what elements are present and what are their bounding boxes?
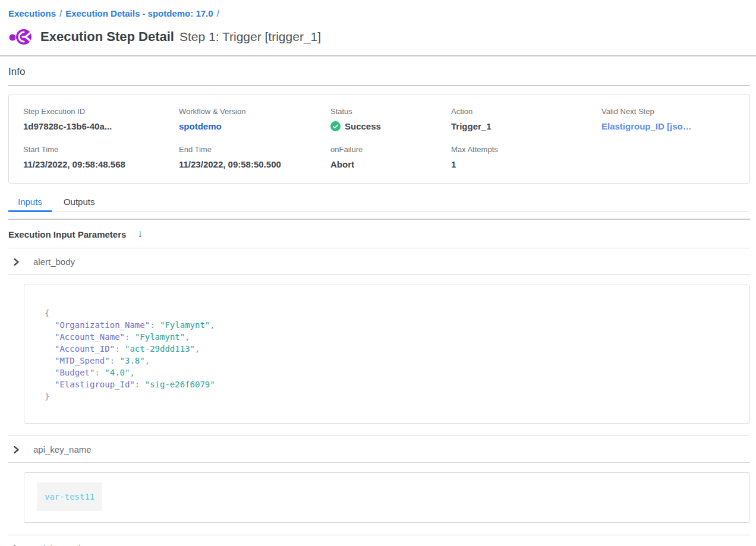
field-value: Trigger_1 [451, 121, 601, 131]
info-section-heading: Info [0, 56, 756, 85]
field-label: Step Execution ID [23, 107, 179, 116]
page-header: Execution Step Detail Step 1: Trigger [t… [8, 27, 750, 46]
field-value: 1 [451, 159, 601, 169]
field-label: Status [330, 107, 451, 116]
json-line: "Elastigroup_Id": "sig-e26f6079" [45, 378, 738, 390]
param-row-api-key-name[interactable]: api_key_name [8, 435, 750, 463]
alert-body-content: { "Organization_Name": "Fylamynt", "Acco… [8, 275, 750, 435]
chevron-right-icon[interactable] [12, 258, 20, 266]
json-close-brace: } [45, 390, 738, 402]
field-value: 11/23/2022, 09:58:50.500 [179, 159, 330, 169]
field-label: Action [451, 107, 601, 116]
brand-logo-icon [8, 27, 34, 46]
field-empty [601, 145, 749, 169]
execution-input-parameters-header: Execution Input Parameters ↓ [8, 220, 750, 248]
workflow-link[interactable]: spotdemo [179, 121, 330, 131]
info-card: Step Execution ID 1d97828c-13b6-40a... W… [8, 94, 750, 184]
param-label: api_key_name [33, 444, 92, 455]
field-end-time: End Time 11/23/2022, 09:58:50.500 [179, 145, 330, 169]
download-arrow-icon[interactable]: ↓ [137, 228, 143, 240]
field-start-time: Start Time 11/23/2022, 09:58:48.568 [23, 145, 179, 169]
json-line: "Budget": "4.0", [45, 367, 738, 378]
param-row-api-key-value[interactable]: api_key_value [8, 535, 750, 546]
field-action: Action Trigger_1 [451, 107, 601, 131]
field-workflow-version: Workflow & Version spotdemo [179, 107, 330, 131]
json-line: "Organization_Name": "Fylamynt", [45, 319, 738, 331]
field-step-execution-id: Step Execution ID 1d97828c-13b6-40a... [23, 107, 179, 131]
page-subtitle: Step 1: Trigger [trigger_1] [179, 30, 321, 44]
param-label: alert_body [33, 257, 75, 267]
tab-outputs[interactable]: Outputs [54, 197, 105, 212]
divider [8, 85, 750, 86]
execution-input-parameters-label: Execution Input Parameters [8, 229, 126, 239]
field-value: 1d97828c-13b6-40a... [23, 121, 179, 131]
field-valid-next-step: Valid Next Step Elastigroup_ID [jso… [601, 107, 749, 131]
next-step-link[interactable]: Elastigroup_ID [jso… [601, 121, 749, 131]
json-line: "Account_Name": "Fylamynt", [45, 331, 738, 343]
json-line: "MTD_Spend": "3.8", [45, 355, 738, 367]
param-label: api_key_value [33, 544, 90, 546]
field-label: End Time [179, 145, 330, 154]
page-title: Execution Step Detail [40, 29, 174, 45]
tab-inputs[interactable]: Inputs [8, 197, 52, 212]
json-open-brace: { [45, 307, 738, 319]
breadcrumb-separator: / [217, 8, 219, 18]
value-viewer[interactable]: var-test11 [24, 472, 750, 523]
field-label: Max Attempts [451, 145, 601, 154]
field-value: 11/23/2022, 09:58:48.568 [23, 159, 179, 169]
breadcrumb-separator: / [59, 8, 62, 18]
breadcrumb-link-execution-details[interactable]: Execution Details - spotdemo: 17.0 [65, 8, 213, 18]
status-badge: Success [330, 121, 451, 131]
field-label: Valid Next Step [601, 107, 749, 116]
json-viewer[interactable]: { "Organization_Name": "Fylamynt", "Acco… [24, 285, 750, 424]
field-max-attempts: Max Attempts 1 [451, 145, 601, 169]
field-label: Start Time [23, 145, 179, 154]
status-text: Success [345, 121, 381, 131]
success-check-icon [330, 121, 341, 131]
json-line: "Account_ID": "act-29ddd113", [45, 343, 738, 355]
breadcrumb-link-executions[interactable]: Executions [8, 8, 56, 18]
field-label: Workflow & Version [179, 107, 330, 116]
api-key-name-content: var-test11 [8, 463, 750, 535]
field-label: onFailure [330, 145, 451, 154]
field-status: Status Success [330, 107, 451, 131]
param-row-alert-body[interactable]: alert_body [8, 248, 750, 275]
chevron-right-icon[interactable] [12, 446, 20, 454]
field-value: Abort [330, 159, 451, 169]
breadcrumb: Executions/Execution Details - spotdemo:… [0, 0, 756, 18]
api-key-name-value: var-test11 [37, 482, 102, 511]
tab-bar: Inputs Outputs [8, 197, 750, 212]
field-onfailure: onFailure Abort [330, 145, 451, 169]
